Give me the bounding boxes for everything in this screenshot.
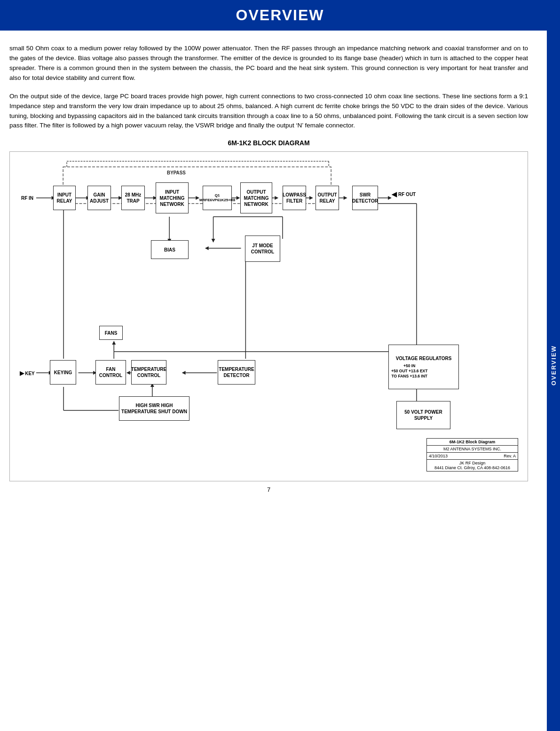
voltage-regulators-block: VOLTAGE REGULATORS +50 IN +50 OUT +13.6 … [388,345,459,389]
footer-rev: Rev. A [504,454,516,458]
fans-block: FANS [99,326,123,340]
bias-block: BIAS [151,240,189,259]
voltage-regulators-title: VOLTAGE REGULATORS [391,355,456,362]
voltage-details: +50 IN +50 OUT +13.6 EXT TO FANS +13.6 I… [391,363,427,379]
keying-block: KEYING [50,360,76,385]
swr-detector-block: SWR DETECTOR [352,186,378,210]
header-title: OVERVIEW [236,7,324,24]
block-diagram: BYPASS [9,151,528,481]
svg-marker-28 [205,246,209,250]
footer-row4: JK RF Design 8441 Diane Ct. Gilroy, CA 4… [427,460,518,471]
rf-in-label: RF IN [18,189,36,206]
fan-control-block: FAN CONTROL [95,360,126,385]
diagram-title: 6M-1K2 BLOCK DIAGRAM [9,139,528,147]
svg-text:BYPASS: BYPASS [167,170,186,175]
footer-date: 4/10/2013 [429,454,448,458]
svg-marker-30 [212,239,215,243]
output-matching-block: OUTPUT MATCHING NETWORK [240,182,272,213]
temp-control-block: TEMPERATURE CONTROL [131,360,166,385]
svg-marker-34 [126,371,130,375]
jt-mode-control-block: JT MODE CONTROL [245,236,280,262]
input-relay-block: INPUT RELAY [53,186,76,210]
svg-marker-15 [275,196,278,200]
side-tab-label: OVERVIEW [550,346,557,386]
header: OVERVIEW [0,0,560,31]
svg-marker-36 [112,341,116,345]
temp-detector-block: TEMPERATURE DETECTOR [218,360,255,385]
input-matching-block: INPUT MATCHING NETWORK [156,182,189,213]
paragraph-1: small 50 Ohm coax to a medium power rela… [9,44,528,83]
transistor-block: Q1 MRFE6VP61K25+R8 [203,186,232,210]
svg-marker-21 [388,196,392,200]
footer-row3: 4/10/2013 Rev. A [427,453,518,460]
diagram-footer: 6M-1K2 Block Diagram M2 ANTENNA SYSTEMS … [426,438,518,472]
gain-adjust-block: GAIN ADJUST [87,186,111,210]
svg-marker-32 [182,371,186,375]
svg-marker-19 [344,196,347,200]
key-label: ▶KEY [18,365,36,382]
side-tab: OVERVIEW [547,0,560,731]
paragraph-2: On the output side of the device, large … [9,92,528,131]
footer-row2: M2 ANTENNA SYSTEMS INC. [427,446,518,453]
svg-marker-17 [309,196,313,200]
trap-28mhz-block: 28 MHz TRAP [121,186,145,210]
high-swr-shutdown-block: HIGH SWR HIGH TEMPERATURE SHUT DOWN [119,396,189,421]
page-number: 7 [9,486,528,493]
footer-row1: 6M-1K2 Block Diagram [427,439,518,446]
power-supply-block: 50 VOLT POWER SUPPLY [396,401,450,429]
output-relay-block: OUTPUT RELAY [315,186,339,210]
rf-out-label: ◀ RF OUT [392,190,416,198]
svg-marker-13 [237,196,240,200]
lowpass-filter-block: LOWPASS FILTER [283,186,306,210]
